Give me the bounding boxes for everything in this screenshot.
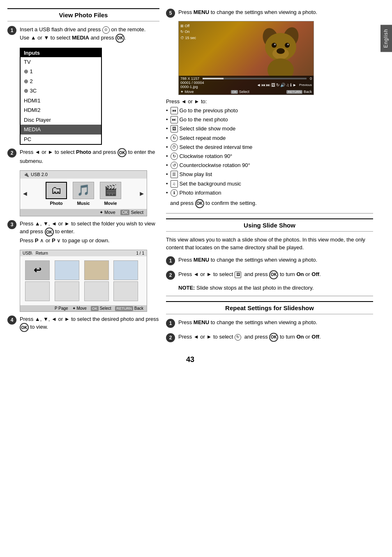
skip-btn[interactable]: ⏭	[266, 83, 270, 87]
photo-icon-btn[interactable]: 🖼	[271, 83, 275, 87]
bullet-repeat: ↻ Select repeat mode	[166, 135, 373, 142]
press-lr-text: Press ◄ or ► to:	[166, 98, 373, 104]
folder-item-4[interactable]	[25, 281, 50, 301]
folder-item-5[interactable]	[55, 281, 79, 301]
ok-icon-s1: OK	[115, 34, 125, 43]
playlist-text: Show play list	[180, 171, 212, 178]
menu-item-pc[interactable]: PC	[21, 135, 101, 144]
playlist-icon: ☰	[171, 171, 178, 178]
bullet-next-photo: ⏭ Go to the next photo	[166, 116, 373, 123]
menu-item-tv[interactable]: TV	[21, 57, 101, 67]
menu-item-disc[interactable]: Disc Player	[21, 115, 101, 125]
slideshow-text: Select slide show mode	[180, 125, 236, 132]
folder-item-3[interactable]	[113, 260, 138, 280]
info-text: Photo information	[180, 189, 221, 197]
photo-back-label: RETURN Back	[286, 90, 312, 94]
prev-btn[interactable]: ◄	[257, 83, 261, 87]
interval-icon: ⏱	[171, 144, 178, 151]
step-3-number: 3	[7, 220, 16, 229]
info-icon: ℹ	[171, 189, 178, 197]
slideshow-sel-icon: 🖼	[235, 272, 241, 278]
fb-footer: ✦ Move OK Select	[20, 209, 147, 216]
folder-item-7[interactable]	[113, 281, 138, 301]
fb-left-arrow[interactable]: ◄	[22, 190, 28, 197]
fb-right-arrow[interactable]: ►	[138, 190, 145, 197]
step-3-block: 3 Press ▲, ▼, ◄ or ► to select the folde…	[7, 220, 159, 245]
rot-btn[interactable]: ↻	[276, 83, 279, 87]
step-1-text: Insert a USB flash drive and press ⊙ on …	[20, 26, 159, 43]
rs-step-2-num: 2	[166, 333, 175, 342]
menu-item-3c[interactable]: ⊕ 3C	[21, 86, 101, 96]
note-label: NOTE:	[178, 285, 195, 291]
step-2-block: 2 Press ◄ or ► to select Photo and press…	[7, 148, 159, 165]
fb-footer-move: ✦ Move	[99, 210, 115, 215]
fb-movie-item[interactable]: 🎬 Movie	[100, 182, 121, 206]
bullet-playlist: ☰ Show play list	[166, 171, 373, 178]
music-icon: 🎵	[73, 182, 94, 199]
step-3-text: Press ▲, ▼, ◄ or ► to select the folder …	[20, 220, 159, 245]
photo-controls-top: 788 X 1157 0	[180, 77, 312, 81]
photo-select-label: OK Select	[231, 90, 249, 94]
music-text: Set the background music	[180, 180, 241, 188]
ok-icon-rs2: OK	[269, 333, 278, 342]
left-column: View Photo Files 1 Insert a USB flash dr…	[7, 8, 159, 347]
menu-item-media[interactable]: MEDIA	[21, 125, 101, 135]
view-photo-files-heading: View Photo Files	[7, 8, 159, 21]
bullet-list: ⏮ Go to the previous photo ⏭ Go to the n…	[166, 107, 373, 197]
usb-icon: 🔌	[23, 172, 29, 177]
menu-item-1[interactable]: ⊕ 1	[21, 67, 101, 77]
fb-photo-item[interactable]: 🗂 Photo	[46, 182, 67, 206]
fb-header: 🔌 USB 2.0	[20, 171, 147, 179]
vol-btn[interactable]: 🔊	[280, 83, 285, 87]
photo-filename: 0000-1.jpg	[180, 85, 204, 89]
prev-photo-text: Go to the previous photo	[180, 107, 238, 114]
slideshow-icon: 🖼	[171, 125, 178, 132]
folder-back[interactable]: ↩	[25, 260, 50, 280]
step-5-number: 5	[166, 9, 175, 18]
fb-music-item[interactable]: 🎵 Music	[73, 182, 94, 206]
inputs-menu-header: Inputs	[21, 49, 101, 57]
photo-icon: 🗂	[46, 182, 67, 199]
repeat-settings-heading: Repeat Settings for Slideshow	[166, 301, 373, 314]
folder-footer-back: RETURN Back	[115, 306, 143, 311]
using-slide-show-heading: Using Slide Show	[166, 218, 373, 232]
step-1-number: 1	[7, 26, 16, 35]
ss-step-2: 2 Press ◄ or ► to select 🖼 and press OK …	[166, 270, 373, 280]
bullet-ccw: ↺ Counterclockwise rotation 90°	[166, 162, 373, 169]
right-btn[interactable]: ►	[293, 83, 297, 87]
movie-label: Movie	[104, 201, 117, 206]
menu-item-hdmi1[interactable]: HDMI1	[21, 96, 101, 106]
photo-current: 00001 / 00004	[180, 81, 204, 85]
fb-footer-select: OK Select	[120, 210, 143, 215]
bullet-prev-photo: ⏮ Go to the previous photo	[166, 107, 373, 114]
music-badge-icon: ♫	[171, 180, 178, 188]
step-5-text: Press MENU to change the settings when v…	[178, 8, 373, 16]
ccw-text: Counterclockwise rotation 90°	[180, 162, 250, 169]
photo-overlay-icons: ⊠ Off ↻ On ⏱ 15 sec	[180, 23, 196, 41]
bullet-music: ♫ Set the background music	[166, 180, 373, 188]
folder-item-1[interactable]	[55, 260, 79, 280]
menu-item-2[interactable]: ⊕ 2	[21, 77, 101, 86]
folder-item-6[interactable]	[84, 281, 109, 301]
press-confirm: and press OK to confirm the setting.	[170, 199, 373, 208]
inputs-menu: Inputs TV ⊕ 1 ⊕ 2 ⊕ 3C HDMI1 HDMI2 Disc …	[20, 48, 102, 145]
ok-icon-ss2: OK	[269, 270, 278, 279]
rs-step-2: 2 Press ◄ or ► to select ↻ and press OK …	[166, 333, 373, 342]
music-btn[interactable]: ♫	[286, 83, 289, 87]
home-icon: ⊙	[102, 26, 110, 34]
step-2-number: 2	[7, 149, 16, 158]
prev-photo-icon: ⏮	[171, 107, 178, 114]
cw-icon: ↻	[171, 153, 178, 160]
folder-footer-move: ✦ Move	[72, 306, 87, 311]
folder-browser: USB\ Return 1 / 1 ↩	[20, 250, 147, 312]
next-photo-icon: ⏭	[171, 116, 178, 123]
ok-icon-s4: OK	[20, 323, 29, 332]
bullet-slideshow: 🖼 Select slide show mode	[166, 125, 373, 132]
step-5-block: 5 Press MENU to change the settings when…	[166, 8, 373, 18]
folder-item-2[interactable]	[84, 260, 109, 280]
next-btn[interactable]: ⏮	[261, 83, 265, 87]
folder-path: USB\ Return	[23, 251, 48, 255]
menu-item-hdmi2[interactable]: HDMI2	[21, 105, 101, 115]
ok-icon-s2: OK	[118, 148, 127, 157]
info-btn[interactable]: ℹ	[290, 83, 292, 87]
